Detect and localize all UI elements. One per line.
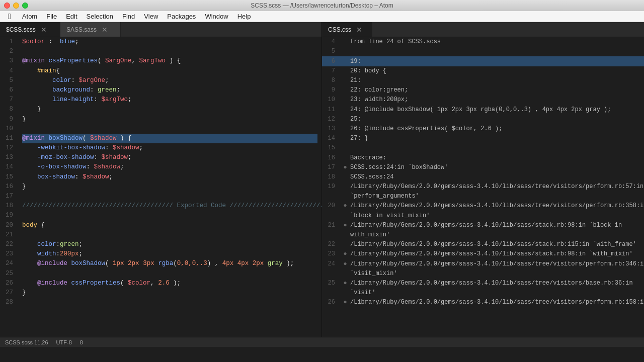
tab-css-label: CSS.css: [328, 26, 351, 33]
left-tabbar: $CSS.scss ✕ SASS.sass ✕: [0, 22, 321, 37]
menu-atom[interactable]: Atom: [18, 12, 41, 21]
right-output: 4from line 24 of SCSS.scss5619:720: body…: [322, 37, 644, 337]
menu-packages[interactable]: Packages: [163, 12, 200, 21]
menu-edit[interactable]: Edit: [62, 12, 81, 21]
window-title: SCSS.scss — /Users/lawrenceturton/Deskto…: [251, 2, 393, 9]
status-encoding: UTF-8: [56, 339, 72, 345]
line-numbers-left: 1234567891011121314151617181920212223242…: [0, 37, 18, 337]
status-file-position: SCSS.scss 11,26: [5, 339, 48, 345]
left-code-editor[interactable]: 1234567891011121314151617181920212223242…: [0, 37, 321, 337]
menu-find[interactable]: Find: [118, 12, 139, 21]
status-filename: SCSS.scss: [5, 339, 33, 345]
minimize-button[interactable]: [13, 3, 19, 9]
tab-sass[interactable]: SASS.sass ✕: [60, 22, 121, 37]
statusbar: SCSS.scss 11,26 UTF-8 8: [0, 337, 644, 347]
tab-scss-close[interactable]: ✕: [41, 26, 47, 33]
tab-scss-label: $CSS.scss: [6, 26, 36, 33]
menubar:  Atom File Edit Selection Find View Pac…: [0, 11, 644, 22]
close-button[interactable]: [4, 3, 10, 9]
titlebar: SCSS.scss — /Users/lawrenceturton/Deskto…: [0, 0, 644, 11]
tab-css[interactable]: CSS.css ✕: [322, 22, 372, 37]
maximize-button[interactable]: [22, 3, 28, 9]
menu-window[interactable]: Window: [201, 12, 232, 21]
right-tabbar: CSS.css ✕: [322, 22, 644, 37]
menu-view[interactable]: View: [140, 12, 162, 21]
code-content-left[interactable]: $color : blue;@mixin cssProperties( $arg…: [18, 37, 321, 337]
editor-area: $CSS.scss ✕ SASS.sass ✕ 1234567891011121…: [0, 22, 644, 337]
tab-css-close[interactable]: ✕: [356, 26, 362, 33]
menu-file[interactable]: File: [42, 12, 61, 21]
menu-selection[interactable]: Selection: [83, 12, 117, 21]
left-editor-pane: $CSS.scss ✕ SASS.sass ✕ 1234567891011121…: [0, 22, 322, 337]
right-pane: CSS.css ✕ 4from line 24 of SCSS.scss5619…: [322, 22, 644, 337]
window-controls[interactable]: [4, 3, 28, 9]
tab-sass-label: SASS.sass: [66, 26, 97, 33]
tab-scss[interactable]: $CSS.scss ✕: [0, 22, 60, 37]
status-linetype: 8: [80, 339, 83, 345]
status-position: 11,26: [34, 339, 48, 345]
menu-help[interactable]: Help: [233, 12, 255, 21]
tab-sass-close[interactable]: ✕: [102, 26, 108, 33]
apple-menu[interactable]: : [4, 11, 15, 22]
